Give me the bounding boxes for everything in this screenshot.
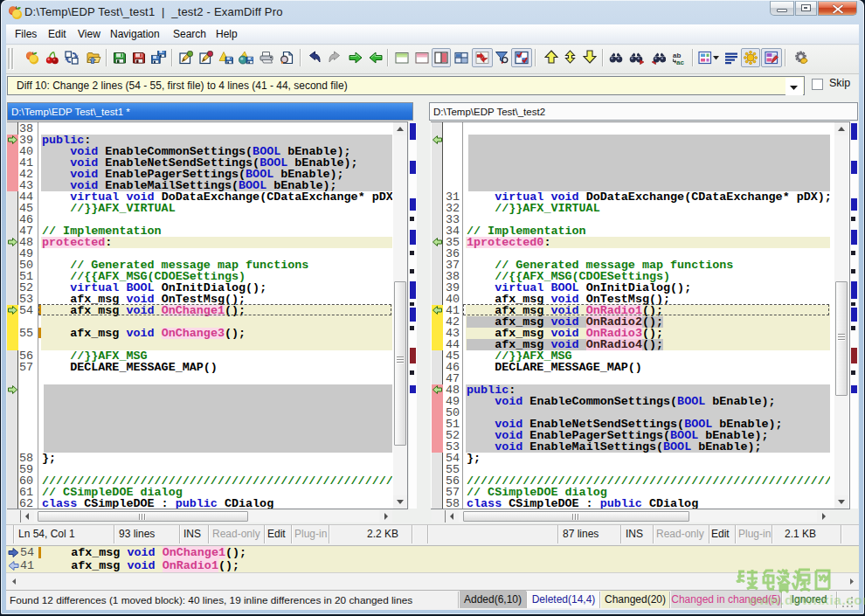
svg-text:ac: ac xyxy=(676,59,684,66)
